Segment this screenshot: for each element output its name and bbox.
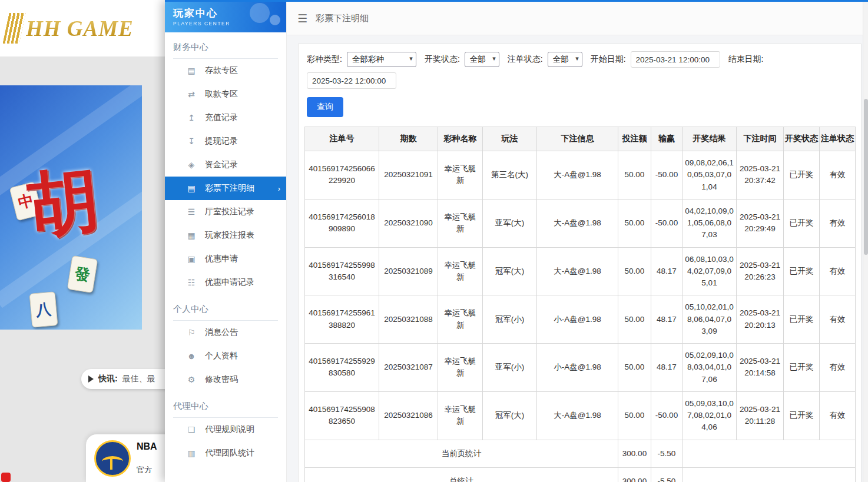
cell-bet-info: 大-A盘@1.98 — [537, 391, 618, 440]
column-header-draw-result: 开奖结果 — [683, 127, 737, 151]
password-icon: ⚙ — [186, 375, 197, 384]
hall-bet-record-icon: ☰ — [186, 207, 197, 217]
sidebar-item-player-bet-report[interactable]: ▦玩家投注报表 — [165, 224, 286, 247]
sidebar-item-profile[interactable]: ☻个人资料 — [165, 344, 286, 368]
cell-play: 冠军(大) — [483, 247, 537, 295]
filter-bar: 彩种类型: 全部彩种 ▾ 开奖状态: 全部 ▾ 注单状态: 全部 ▾ — [304, 51, 855, 89]
mahjong-tile: 發 — [67, 255, 98, 293]
cell-bet-amount: 50.00 — [618, 344, 651, 392]
table-row: 40156917425592983058020250321087幸运飞艇新亚军(… — [305, 344, 856, 392]
sidebar: 玩家中心 PLAYERS CENTER 财务中心▤存款专区⇄取款专区↥充值记录↧… — [165, 2, 287, 482]
lottery-type-value: 全部彩种 — [352, 54, 384, 65]
withdraw-record-icon: ↧ — [186, 137, 197, 146]
sidebar-item-promo-apply-record[interactable]: ☷优惠申请记录 — [165, 271, 286, 294]
start-date-label: 开始日期: — [591, 54, 626, 65]
cell-win-loss: 48.17 — [651, 247, 683, 295]
sidebar-item-label: 存款专区 — [205, 65, 238, 76]
cell-bet-info: 大-A盘@1.98 — [537, 247, 618, 295]
cell-win-loss: -50.00 — [651, 151, 683, 200]
cell-lottery-name: 幸运飞艇新 — [438, 247, 483, 295]
cell-order-status: 有效 — [820, 391, 856, 440]
cell-bet-time: 2025-03-21 20:11:28 — [737, 391, 784, 440]
sidebar-item-label: 个人资料 — [205, 351, 238, 361]
sidebar-item-label: 修改密码 — [205, 374, 238, 385]
funds-record-icon: ◈ — [186, 160, 197, 169]
query-button[interactable]: 查询 — [307, 97, 343, 117]
cell-order-status: 有效 — [820, 199, 856, 247]
chevron-down-icon: ▾ — [409, 55, 413, 62]
table-row: 40156917425606622992020250321091幸运飞艇新第三名… — [305, 151, 856, 200]
page-scrollbar[interactable] — [863, 2, 868, 482]
cell-issue: 20250321091 — [379, 151, 438, 200]
cell-issue: 20250321086 — [379, 391, 438, 440]
sidebar-item-label: 充值记录 — [205, 112, 238, 123]
column-header-bet-amount: 投注额 — [618, 127, 651, 151]
sidebar-item-deposit[interactable]: ▤存款专区 — [165, 59, 286, 82]
page-title: 彩票下注明细 — [316, 13, 369, 24]
sidebar-nav: 财务中心▤存款专区⇄取款专区↥充值记录↧提现记录◈资金记录▤彩票下注明细›☰厅室… — [165, 42, 286, 465]
cell-draw-status: 已开奖 — [784, 199, 820, 247]
sidebar-item-label: 优惠申请 — [205, 254, 238, 264]
page-total-bet: 300.00 — [618, 440, 651, 467]
cell-issue: 20250321089 — [379, 247, 438, 295]
nba-logo-icon — [94, 440, 131, 477]
menu-toggle-icon[interactable]: ☰ — [297, 12, 307, 25]
cell-order-no: 401569174255998316540 — [305, 247, 379, 295]
cell-draw-status: 已开奖 — [784, 247, 820, 295]
cell-bet-amount: 50.00 — [618, 295, 651, 344]
sidebar-item-message[interactable]: ⚐消息公告 — [165, 321, 286, 344]
sidebar-item-agent-rules[interactable]: ❏代理规则说明 — [165, 418, 286, 441]
cell-play: 亚军(大) — [483, 199, 537, 247]
column-header-draw-status: 开奖状态 — [784, 127, 820, 151]
sidebar-item-agent-team[interactable]: ▥代理团队统计 — [165, 441, 286, 465]
promo-banner: 中 發 八 胡 — [0, 85, 142, 330]
lottery-bet-detail-icon: ▤ — [186, 184, 197, 193]
table-header-row: 注单号期数彩种名称玩法下注信息投注额输赢开奖结果下注时间开奖状态注单状态 — [305, 127, 856, 151]
cell-bet-info: 大-A盘@1.98 — [537, 199, 618, 247]
end-date-input[interactable] — [307, 72, 396, 89]
scrollbar-thumb[interactable] — [864, 99, 868, 255]
column-header-issue: 期数 — [379, 127, 438, 151]
lottery-type-select[interactable]: 全部彩种 ▾ — [347, 52, 416, 67]
sidebar-header: 玩家中心 PLAYERS CENTER — [165, 2, 286, 32]
sidebar-item-promo-apply[interactable]: ▣优惠申请 — [165, 247, 286, 271]
table-row: 40156917425590882365020250321086幸运飞艇新冠军(… — [305, 391, 856, 440]
mahjong-tile: 八 — [29, 291, 58, 328]
sidebar-item-label: 代理团队统计 — [205, 448, 254, 458]
cell-bet-amount: 50.00 — [618, 247, 651, 295]
start-date-input[interactable] — [631, 51, 720, 68]
bridge-icon — [102, 456, 123, 467]
cell-order-no: 401569174255961388820 — [305, 295, 379, 344]
player-center-panel: 玩家中心 PLAYERS CENTER 财务中心▤存款专区⇄取款专区↥充值记录↧… — [165, 0, 868, 482]
profile-icon: ☻ — [186, 351, 197, 361]
promo-apply-icon: ▣ — [186, 254, 197, 264]
cell-draw-result: 04,02,10,09,01,05,06,08,07,03 — [683, 199, 737, 247]
cell-lottery-name: 幸运飞艇新 — [438, 151, 483, 200]
column-header-play: 玩法 — [483, 127, 537, 151]
draw-status-select[interactable]: 全部 ▾ — [465, 52, 499, 67]
cell-draw-result: 05,10,02,01,08,06,04,07,03,09 — [683, 295, 737, 344]
sidebar-item-hall-bet-record[interactable]: ☰厅室投注记录 — [165, 200, 286, 224]
cell-draw-result: 06,08,10,03,04,02,07,09,05,01 — [683, 247, 737, 295]
cell-order-status: 有效 — [820, 295, 856, 344]
order-status-select[interactable]: 全部 ▾ — [548, 52, 582, 67]
column-header-bet-info: 下注信息 — [537, 127, 618, 151]
sidebar-item-recharge-record[interactable]: ↥充值记录 — [165, 106, 286, 129]
grand-total-bet: 300.00 — [618, 467, 651, 482]
sidebar-item-funds-record[interactable]: ◈资金记录 — [165, 153, 286, 177]
sidebar-item-lottery-bet-detail[interactable]: ▤彩票下注明细› — [165, 177, 286, 200]
news-ticker[interactable]: 快讯: 最佳、最 — [81, 369, 177, 389]
sidebar-item-withdraw-record[interactable]: ↧提现记录 — [165, 129, 286, 153]
cell-draw-status: 已开奖 — [784, 344, 820, 392]
sidebar-item-password[interactable]: ⚙修改密码 — [165, 368, 286, 391]
draw-status-label: 开奖状态: — [425, 54, 460, 65]
cell-draw-result: 05,09,03,10,07,08,02,01,04,06 — [683, 391, 737, 440]
agent-team-icon: ▥ — [186, 448, 197, 458]
decor-circle-icon — [250, 3, 270, 23]
nba-card[interactable]: NBA 官方 — [86, 434, 177, 482]
sidebar-item-withdraw-zone[interactable]: ⇄取款专区 — [165, 82, 286, 106]
grand-total-label: 总统计 — [305, 467, 618, 482]
recharge-record-icon: ↥ — [186, 113, 197, 122]
order-status-value: 全部 — [553, 54, 569, 65]
chevron-down-icon: ▾ — [575, 55, 579, 62]
